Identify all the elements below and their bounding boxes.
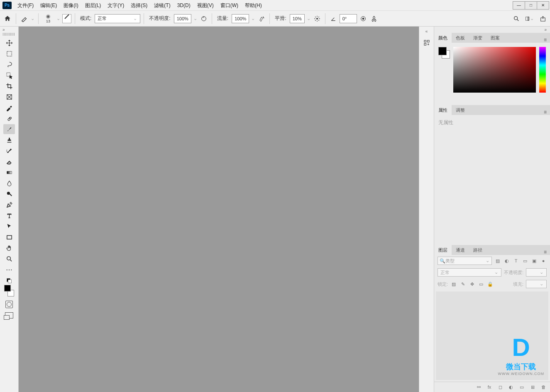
flow-combo[interactable]: 100% xyxy=(232,14,249,23)
stamp-tool[interactable] xyxy=(3,135,15,145)
layers-panel-menu-icon[interactable]: ≡ xyxy=(540,249,550,255)
layer-filter[interactable]: 🔍 类型 ⌵ xyxy=(438,257,492,265)
layer-fill-combo[interactable]: ⌵ xyxy=(526,280,547,288)
brush-tool[interactable] xyxy=(3,124,15,134)
screen-mode-icon[interactable] xyxy=(5,312,13,318)
symmetry-icon[interactable] xyxy=(369,14,379,23)
blend-mode-combo[interactable]: 正常⌵ xyxy=(95,14,140,23)
lock-all-icon[interactable]: 🔒 xyxy=(487,281,494,287)
tab-swatches[interactable]: 色板 xyxy=(452,33,469,43)
brush-panel-toggle[interactable] xyxy=(62,14,71,23)
maximize-button[interactable]: □ xyxy=(525,1,537,10)
filter-toggle-icon[interactable]: ● xyxy=(540,257,547,264)
home-icon[interactable] xyxy=(2,14,12,24)
smooth-options-icon[interactable] xyxy=(313,14,322,23)
angle-combo[interactable]: 0° xyxy=(340,14,357,23)
brush-chevron[interactable]: ⌵ xyxy=(56,17,61,21)
opacity-combo[interactable]: 100% xyxy=(174,14,191,23)
layer-opacity-combo[interactable]: ⌵ xyxy=(526,268,547,277)
minimize-button[interactable]: — xyxy=(513,1,525,10)
delete-layer-icon[interactable]: 🗑 xyxy=(540,384,547,390)
dodge-tool[interactable] xyxy=(3,189,15,199)
search-icon[interactable] xyxy=(512,14,521,23)
layer-list[interactable]: D 微当下载 WWW.WEIDOWN.COM xyxy=(436,292,548,380)
edit-toolbar-icon[interactable]: ⋯ xyxy=(3,265,15,274)
properties-panel-menu-icon[interactable]: ≡ xyxy=(540,109,550,115)
workspace-icon[interactable]: ⌵ xyxy=(525,14,534,23)
tool-preset-chevron[interactable]: ⌵ xyxy=(30,17,35,21)
default-colors-icon[interactable] xyxy=(7,278,12,283)
link-layers-icon[interactable]: ⚯ xyxy=(475,384,482,390)
flow-chevron[interactable]: ⌵ xyxy=(251,17,255,21)
size-pressure-icon[interactable] xyxy=(359,14,368,23)
lasso-tool[interactable] xyxy=(3,59,15,69)
tab-color[interactable]: 颜色 xyxy=(434,33,452,43)
tab-paths[interactable]: 路径 xyxy=(469,245,486,255)
toolbar-grip[interactable] xyxy=(3,33,15,36)
type-tool[interactable] xyxy=(3,211,15,220)
canvas-area[interactable] xyxy=(19,27,419,392)
smooth-combo[interactable]: 10% xyxy=(290,14,305,23)
menu-image[interactable]: 图像(I) xyxy=(60,0,81,11)
filter-type-icon[interactable]: T xyxy=(513,257,519,264)
menu-window[interactable]: 窗口(W) xyxy=(217,0,242,11)
layer-group-icon[interactable]: ▭ xyxy=(518,384,525,390)
filter-image-icon[interactable]: ▨ xyxy=(494,257,501,264)
dock-collapse-icon[interactable]: « xyxy=(425,29,428,34)
hand-tool[interactable] xyxy=(3,243,15,253)
layer-mask-icon[interactable]: ◻ xyxy=(497,384,504,390)
filter-adjust-icon[interactable]: ◐ xyxy=(504,257,510,264)
path-select-tool[interactable] xyxy=(3,221,15,231)
opacity-pressure-icon[interactable] xyxy=(199,14,208,23)
menu-file[interactable]: 文件(F) xyxy=(14,0,37,11)
angle-icon[interactable] xyxy=(329,14,338,23)
menu-view[interactable]: 视图(V) xyxy=(194,0,217,11)
smooth-chevron[interactable]: ⌵ xyxy=(306,17,311,21)
gradient-tool[interactable] xyxy=(3,167,15,177)
color-field[interactable] xyxy=(453,47,536,93)
menu-help[interactable]: 帮助(H) xyxy=(242,0,265,11)
crop-tool[interactable] xyxy=(3,81,15,91)
frame-tool[interactable] xyxy=(3,92,15,102)
menu-edit[interactable]: 编辑(E) xyxy=(37,0,60,11)
new-layer-icon[interactable]: ⊞ xyxy=(529,384,536,390)
menu-select[interactable]: 选择(S) xyxy=(127,0,151,11)
lock-transparency-icon[interactable]: ▨ xyxy=(450,281,457,287)
pen-tool[interactable] xyxy=(3,200,15,210)
panel-collapse-icon[interactable]: » xyxy=(544,27,547,32)
toolbar-expand-icon[interactable]: » xyxy=(2,27,5,32)
lock-artboard-icon[interactable]: ▭ xyxy=(478,281,484,287)
menu-type[interactable]: 文字(Y) xyxy=(104,0,127,11)
zoom-tool[interactable] xyxy=(3,254,15,264)
eyedropper-tool[interactable] xyxy=(3,103,15,113)
quick-select-tool[interactable] xyxy=(3,70,15,80)
filter-shape-icon[interactable]: ▭ xyxy=(522,257,528,264)
eraser-tool[interactable] xyxy=(3,157,15,167)
quick-mask-icon[interactable] xyxy=(5,301,13,308)
tab-gradients[interactable]: 渐变 xyxy=(469,33,486,43)
brush-preset-picker[interactable]: 13 xyxy=(42,12,54,25)
libraries-icon[interactable] xyxy=(421,37,432,48)
history-brush-tool[interactable] xyxy=(3,146,15,156)
layer-fx-icon[interactable]: fx xyxy=(486,384,493,390)
adjustment-layer-icon[interactable]: ◐ xyxy=(508,384,514,390)
move-tool[interactable] xyxy=(3,38,15,48)
tab-adjustments[interactable]: 调整 xyxy=(452,105,469,115)
menu-3d[interactable]: 3D(D) xyxy=(174,0,194,11)
share-icon[interactable] xyxy=(538,14,548,23)
menu-layer[interactable]: 图层(L) xyxy=(82,0,105,11)
lock-image-icon[interactable]: ✎ xyxy=(460,281,466,287)
marquee-tool[interactable] xyxy=(3,49,15,59)
opacity-chevron[interactable]: ⌵ xyxy=(193,17,198,21)
tab-layers[interactable]: 图层 xyxy=(434,245,452,255)
close-button[interactable]: ✕ xyxy=(537,1,549,10)
filter-smart-icon[interactable]: ▣ xyxy=(531,257,538,264)
hue-slider[interactable] xyxy=(539,47,546,93)
rectangle-tool[interactable] xyxy=(3,232,15,242)
airbrush-icon[interactable] xyxy=(257,14,266,23)
color-panel-menu-icon[interactable]: ≡ xyxy=(540,37,550,43)
lock-position-icon[interactable]: ✥ xyxy=(469,281,475,287)
tab-channels[interactable]: 通道 xyxy=(452,245,469,255)
menu-filter[interactable]: 滤镜(T) xyxy=(151,0,174,11)
color-swatch[interactable] xyxy=(3,285,15,296)
